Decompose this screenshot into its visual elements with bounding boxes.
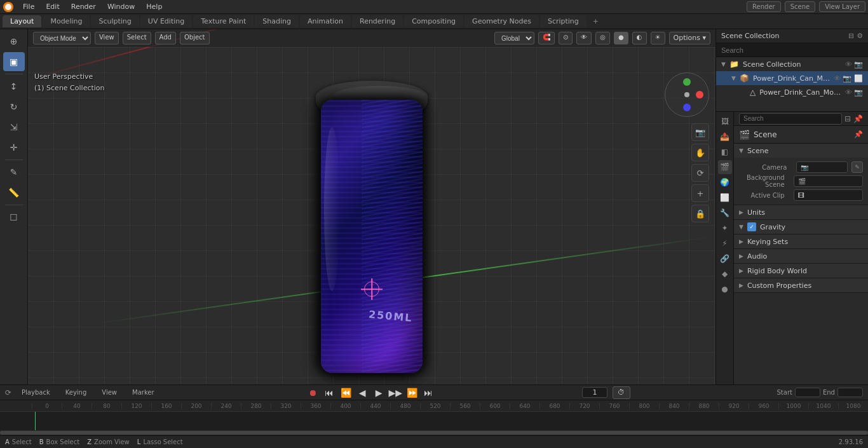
tab-uv-editing[interactable]: UV Editing — [140, 15, 192, 27]
camera-view-btn[interactable]: 📷 — [691, 123, 709, 141]
object-menu[interactable]: Object — [180, 32, 210, 44]
outliner-search[interactable] — [716, 43, 868, 57]
scale-tool[interactable]: ⇲ — [3, 118, 25, 137]
playback-menu[interactable]: Playback — [17, 388, 55, 397]
next-frame-btn[interactable]: ⏩ — [405, 387, 419, 398]
timeline-scroll-thumb[interactable] — [0, 431, 868, 435]
object-props-icon[interactable]: ⬜ — [718, 191, 732, 205]
background-scene-value[interactable]: 🎬 — [794, 175, 863, 187]
particles-icon[interactable]: ✦ — [718, 221, 732, 235]
render-props-icon[interactable]: 🖼 — [718, 114, 732, 128]
view-layer-props-icon[interactable]: ◧ — [718, 145, 732, 159]
keying-sets-header[interactable]: ▶ Keying Sets — [734, 234, 868, 248]
shading-solid[interactable]: ● — [614, 32, 628, 44]
outliner-filter-icon[interactable]: ⊟ — [848, 32, 854, 40]
scene-header-pin[interactable]: 📌 — [854, 130, 863, 139]
menu-render[interactable]: Render — [66, 1, 101, 12]
tab-modeling[interactable]: Modeling — [43, 15, 90, 27]
jump-end-btn[interactable]: ⏭ — [421, 387, 435, 398]
select-tool[interactable]: ▣ — [3, 52, 25, 71]
gizmo-z-axis[interactable] — [683, 104, 691, 111]
measure-tool[interactable]: 📏 — [3, 183, 25, 202]
gravity-header[interactable]: ▼ ✓ Gravity — [734, 220, 868, 234]
rotate-tool[interactable]: ↻ — [3, 97, 25, 116]
prev-frame-btn[interactable]: ⏪ — [339, 387, 353, 398]
constraints-icon[interactable]: 🔗 — [718, 252, 732, 266]
end-frame-input[interactable]: 250 — [837, 388, 863, 397]
select-menu[interactable]: Select — [123, 32, 151, 44]
mode-selector[interactable]: Object Mode — [33, 32, 91, 44]
output-props-icon[interactable]: 📤 — [718, 130, 732, 144]
gizmo-x-axis[interactable] — [696, 91, 703, 98]
menu-help[interactable]: Help — [141, 1, 167, 12]
menu-window[interactable]: Window — [102, 1, 140, 12]
gravity-checkbox[interactable]: ✓ — [747, 222, 756, 231]
play-btn[interactable]: ▶ — [372, 387, 386, 398]
marker-menu[interactable]: Marker — [127, 388, 159, 397]
tab-animation[interactable]: Animation — [300, 15, 351, 27]
tab-scripting[interactable]: Scripting — [540, 15, 587, 27]
physics-icon[interactable]: ⚡ — [718, 236, 732, 250]
scene-selector[interactable]: Scene — [785, 1, 816, 12]
view-menu[interactable]: View — [95, 32, 119, 44]
options-button[interactable]: Options ▾ — [669, 32, 710, 44]
tab-rendering[interactable]: Rendering — [352, 15, 403, 27]
custom-props-header[interactable]: ▶ Custom Properties — [734, 278, 868, 292]
3d-viewport[interactable]: Object Mode View Select Add Object Globa… — [28, 29, 715, 384]
timeline-track[interactable] — [0, 412, 868, 430]
move-tool[interactable]: ↕ — [3, 77, 25, 96]
record-btn[interactable]: ⏺ — [306, 387, 320, 398]
cursor-tool[interactable]: ⊕ — [3, 32, 25, 51]
timeline-scroll[interactable] — [0, 430, 868, 435]
world-props-icon[interactable]: 🌍 — [718, 175, 732, 189]
pan-view-btn[interactable]: ✋ — [691, 144, 709, 161]
jump-start-btn[interactable]: ⏮ — [322, 387, 336, 398]
tab-geometry-nodes[interactable]: Geometry Nodes — [465, 15, 539, 27]
menu-file[interactable]: File — [18, 1, 39, 12]
transform-selector[interactable]: Global — [494, 32, 534, 44]
tab-shading[interactable]: Shading — [255, 15, 299, 27]
menu-edit[interactable]: Edit — [41, 1, 64, 12]
xray-toggle[interactable]: ◎ — [595, 32, 610, 44]
shading-rendered[interactable]: ☀ — [651, 32, 665, 44]
tab-layout[interactable]: Layout — [3, 15, 41, 27]
data-icon[interactable]: ◆ — [718, 267, 732, 281]
keying-menu[interactable]: Keying — [60, 388, 92, 397]
annotate-tool[interactable]: ✎ — [3, 163, 25, 182]
proportional-edit[interactable]: ⊙ — [559, 32, 573, 44]
viewport-gizmo[interactable] — [665, 72, 709, 117]
tab-compositing[interactable]: Compositing — [404, 15, 463, 27]
camera-value-field[interactable]: 📷 — [796, 161, 848, 173]
units-header[interactable]: ▶ Units — [734, 205, 868, 219]
tab-sculpting[interactable]: Sculpting — [91, 15, 139, 27]
tab-add-button[interactable]: + — [588, 15, 604, 27]
frame-timer-icon[interactable]: ⏱ — [613, 386, 630, 399]
active-clip-value[interactable]: 🎞 — [794, 189, 863, 201]
outliner-item-can-mesh[interactable]: ▶ △ Power_Drink_Can_Moc... 👁 📷 — [716, 85, 868, 99]
timeline-view-menu[interactable]: View — [97, 388, 122, 397]
scene-section-header[interactable]: ▼ Scene — [734, 144, 868, 158]
audio-header[interactable]: ▶ Audio — [734, 249, 868, 263]
rigid-body-header[interactable]: ▶ Rigid Body World — [734, 264, 868, 278]
next-keyframe-btn[interactable]: ▶▶ — [388, 387, 402, 398]
lock-view-btn[interactable]: 🔒 — [691, 205, 709, 222]
outliner-settings-icon[interactable]: ⚙ — [857, 32, 863, 40]
modifiers-icon[interactable]: 🔧 — [718, 206, 732, 220]
camera-edit-btn[interactable]: ✎ — [851, 161, 863, 173]
zoom-in-btn[interactable]: + — [691, 184, 709, 202]
property-filter-icon[interactable]: ⊟ — [844, 114, 851, 123]
add-cube-tool[interactable]: ☐ — [3, 208, 25, 227]
gizmo-circle[interactable] — [665, 72, 709, 117]
gizmo-y-axis[interactable] — [683, 78, 691, 86]
tab-texture-paint[interactable]: Texture Paint — [193, 15, 254, 27]
prev-keyframe-btn[interactable]: ◀ — [355, 387, 369, 398]
current-frame-display[interactable]: 1 — [582, 387, 607, 398]
start-frame-input[interactable]: 1 — [795, 388, 820, 397]
overlay-toggle[interactable]: 👁 — [576, 32, 592, 44]
orbit-view-btn[interactable]: ⟳ — [691, 164, 709, 182]
property-search-input[interactable] — [739, 113, 842, 125]
outliner-item-can[interactable]: ▼ 📦 Power_Drink_Can_Mockup_0 👁 📷 ⬜ — [716, 71, 868, 85]
material-icon[interactable]: ● — [718, 282, 732, 296]
transform-tool[interactable]: ✛ — [3, 138, 25, 157]
property-pin-icon[interactable]: 📌 — [853, 114, 863, 123]
